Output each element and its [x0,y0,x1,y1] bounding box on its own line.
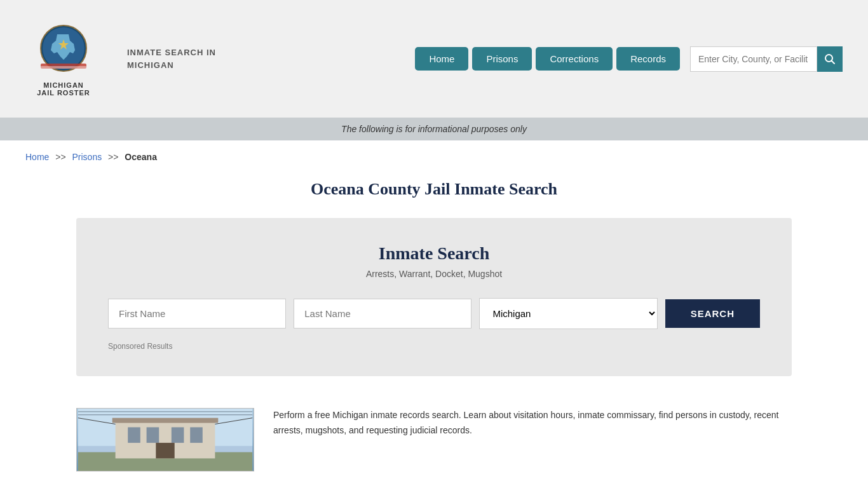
search-card: Inmate Search Arrests, Warrant, Docket, … [76,218,792,376]
breadcrumb-sep-1: >> [55,152,65,162]
home-nav-button[interactable]: Home [415,47,468,71]
search-fields: Michigan Alabama Alaska Arizona Californ… [108,298,760,329]
header-search-wrap [690,46,843,72]
svg-rect-15 [190,427,203,443]
first-name-input[interactable] [108,299,286,329]
breadcrumb-home-link[interactable]: Home [25,152,49,162]
site-subtitle: INMATE SEARCH INMICHIGAN [127,46,216,71]
breadcrumb-prisons-link[interactable]: Prisons [72,152,102,162]
svg-line-7 [832,60,835,64]
bottom-section: Perform a free Michigan inmate records s… [0,395,868,484]
search-card-subtitle: Arrests, Warrant, Docket, Mugshot [108,269,760,279]
svg-rect-12 [128,427,140,443]
page-title-wrap: Oceana County Jail Inmate Search [0,173,868,218]
page-title: Oceana County Jail Inmate Search [25,180,843,199]
last-name-input[interactable] [294,299,471,329]
svg-rect-5 [41,66,86,69]
svg-rect-17 [156,443,174,459]
logo-title: MICHIGANJAIL ROSTER [37,81,90,97]
breadcrumb-sep-2: >> [108,152,118,162]
corrections-nav-button[interactable]: Corrections [536,47,613,71]
header-search-button[interactable] [817,46,843,72]
header-nav: Home Prisons Corrections Records [415,46,843,72]
bottom-image [76,408,254,471]
logo-area: MICHIGANJAIL ROSTER [25,22,102,97]
site-header: MICHIGANJAIL ROSTER INMATE SEARCH INMICH… [0,0,868,118]
state-select[interactable]: Michigan Alabama Alaska Arizona Californ… [479,298,657,329]
logo-image [38,22,89,79]
svg-rect-14 [172,427,184,443]
svg-rect-16 [112,418,219,423]
records-nav-button[interactable]: Records [616,47,680,71]
prisons-nav-button[interactable]: Prisons [472,47,532,71]
search-card-title: Inmate Search [108,243,760,264]
breadcrumb: Home >> Prisons >> Oceana [0,140,868,173]
bottom-description: Perform a free Michigan inmate records s… [273,408,792,438]
svg-rect-13 [147,427,159,443]
search-icon [824,53,836,65]
search-submit-button[interactable]: SEARCH [665,299,760,328]
breadcrumb-current: Oceana [125,152,157,162]
info-bar: The following is for informational purpo… [0,118,868,140]
header-search-input[interactable] [690,46,817,72]
sponsored-label: Sponsored Results [108,342,760,351]
